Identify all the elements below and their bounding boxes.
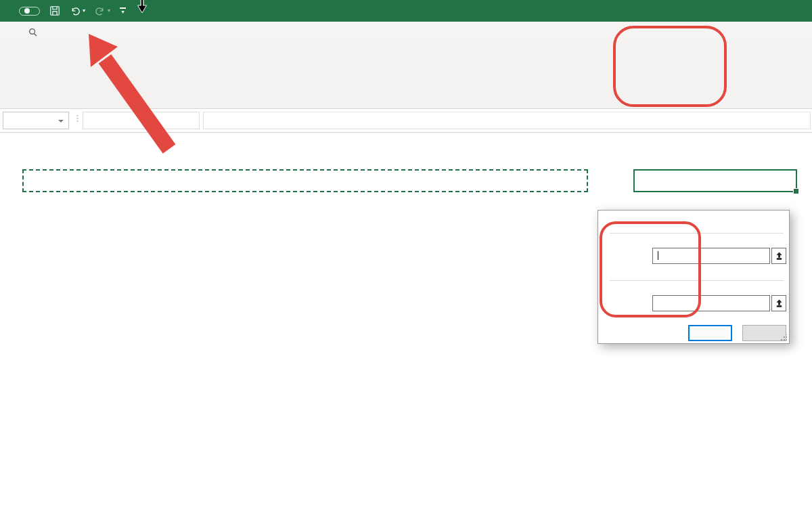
marching-ants-selection bbox=[22, 169, 588, 192]
location-range-row bbox=[598, 295, 790, 311]
formula-bar-separator: ⋮ bbox=[73, 113, 82, 123]
active-cell-outline bbox=[633, 169, 797, 192]
quick-access-toolbar: ▾ ▾ ▾ bbox=[15, 5, 126, 16]
formula-buttons bbox=[83, 112, 200, 129]
autosave-pill[interactable] bbox=[19, 7, 40, 16]
collapse-dialog-button[interactable] bbox=[771, 248, 786, 264]
ribbon-tab-row bbox=[0, 22, 812, 42]
ok-button[interactable] bbox=[688, 325, 732, 341]
name-box[interactable] bbox=[3, 112, 69, 129]
location-range-input[interactable] bbox=[652, 295, 770, 311]
dialog-section-data bbox=[605, 233, 784, 234]
data-range-row bbox=[598, 248, 790, 264]
dialog-section-location bbox=[605, 280, 784, 281]
undo-caret-icon: ▾ bbox=[83, 8, 85, 14]
fill-handle[interactable] bbox=[793, 188, 799, 194]
save-icon[interactable] bbox=[49, 5, 60, 16]
autosave-toggle[interactable] bbox=[15, 7, 40, 16]
undo-button[interactable]: ▾ bbox=[70, 6, 85, 16]
redo-button[interactable]: ▾ bbox=[95, 6, 110, 16]
name-box-caret-icon[interactable] bbox=[58, 120, 64, 123]
resize-grip[interactable] bbox=[780, 334, 787, 341]
ribbon bbox=[0, 42, 812, 109]
title-bar: ▾ ▾ ▾ bbox=[0, 0, 812, 22]
redo-caret-icon: ▾ bbox=[108, 8, 110, 14]
text-caret bbox=[658, 251, 658, 260]
search-icon bbox=[28, 28, 37, 37]
formula-bar: ⋮ bbox=[0, 109, 812, 133]
tell-me-search[interactable] bbox=[28, 22, 43, 42]
collapse-arrow-icon bbox=[775, 299, 784, 308]
data-range-input[interactable] bbox=[652, 248, 770, 264]
collapse-arrow-icon bbox=[775, 251, 784, 261]
customize-qat-button[interactable]: ▾ bbox=[120, 7, 126, 15]
autosave-dot-icon bbox=[24, 8, 30, 14]
collapse-dialog-button-2[interactable] bbox=[771, 295, 786, 311]
create-sparklines-dialog bbox=[597, 210, 790, 344]
formula-input[interactable] bbox=[203, 112, 811, 129]
